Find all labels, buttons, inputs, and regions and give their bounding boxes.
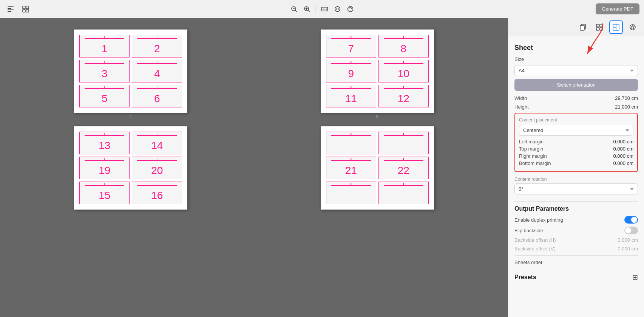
- card-9: 9: [326, 60, 376, 82]
- duplex-toggle[interactable]: [624, 216, 638, 224]
- svg-rect-3: [8, 11, 11, 12]
- card-2: 2: [132, 35, 182, 57]
- page-wrapper-2: 7 8 9 10 11 12 2: [254, 26, 501, 123]
- backside-offset-v-row: Backside offset (V) 0.000 cm: [514, 246, 638, 252]
- main-layout: 1 2 3 4 5 6 1 7 8 9 10 11 12 2 1: [0, 18, 644, 317]
- panel-copy-btn[interactable]: [576, 20, 590, 34]
- panel-layout-btn[interactable]: [609, 20, 623, 34]
- card-3: 3: [79, 60, 130, 82]
- size-row: Size: [514, 56, 638, 62]
- backside-offset-h-value: 0.000 cm: [618, 237, 638, 243]
- duplex-label: Enable duplex printing: [514, 217, 563, 223]
- page-wrapper-3: 13 14 19 20 15 16: [8, 123, 254, 215]
- svg-line-10: [295, 10, 297, 12]
- height-row: Height 21.000 cm: [514, 104, 638, 110]
- layout-icon-btn[interactable]: [20, 4, 32, 14]
- card-7: 7: [326, 35, 376, 57]
- presets-grid-icon[interactable]: ⊞: [632, 273, 638, 281]
- svg-rect-0: [8, 6, 14, 7]
- canvas-area[interactable]: 1 2 3 4 5 6 1 7 8 9 10 11 12 2 1: [0, 18, 508, 317]
- bottom-margin-value: 0.000 cm: [613, 160, 633, 166]
- card-11: 11: [326, 85, 376, 107]
- svg-point-23: [347, 6, 353, 12]
- toolbar: Generate PDF: [0, 0, 644, 18]
- flip-backside-toggle-row: Flip backside: [514, 227, 638, 234]
- height-label: Height: [514, 104, 529, 110]
- left-margin-label: Left margin: [519, 139, 544, 145]
- right-margin-row: Right margin 0.000 cm: [519, 153, 633, 159]
- page-4: 21 22: [321, 126, 434, 210]
- top-margin-row: Top margin 0.000 cm: [519, 146, 633, 152]
- card-empty-4: [378, 182, 429, 204]
- svg-rect-7: [26, 9, 29, 12]
- panel-star-btn[interactable]: [626, 20, 639, 34]
- card-empty-1: [326, 132, 376, 154]
- fit-width-btn[interactable]: [319, 4, 330, 14]
- switch-orientation-btn[interactable]: Switch orientation: [514, 79, 638, 91]
- divider-3: [514, 269, 638, 269]
- top-margin-value: 0.000 cm: [613, 146, 633, 152]
- presets-row: Presets ⊞: [514, 273, 638, 281]
- flip-backside-label: Flip backside: [514, 228, 543, 233]
- card-14: 14: [132, 132, 182, 154]
- panel-top-icons: [508, 18, 644, 36]
- svg-rect-6: [23, 9, 25, 12]
- sheets-order-label: Sheets order: [514, 260, 542, 265]
- page-label-2: 2: [376, 114, 378, 119]
- output-parameters-title: Output Parameters: [514, 205, 638, 212]
- card-13: 13: [79, 132, 130, 154]
- zoom-out-btn[interactable]: [288, 4, 300, 14]
- card-16: 16: [132, 182, 182, 204]
- generate-pdf-btn[interactable]: Generate PDF: [596, 3, 639, 14]
- svg-rect-27: [600, 24, 602, 27]
- toolbar-right: Generate PDF: [596, 3, 639, 14]
- backside-offset-v-label: Backside offset (V): [514, 246, 556, 252]
- card-4: 4: [132, 60, 182, 82]
- panel-content: Sheet Size A4 A3 Letter Switch orientati…: [514, 44, 638, 281]
- divider-2: [514, 255, 638, 256]
- right-panel: Sheet Size A4 A3 Letter Switch orientati…: [508, 18, 644, 317]
- svg-rect-25: [580, 25, 584, 30]
- left-margin-value: 0.000 cm: [613, 139, 633, 145]
- card-empty-2: [378, 132, 429, 154]
- bottom-margin-row: Bottom margin 0.000 cm: [519, 160, 633, 166]
- page-wrapper-1: 1 2 3 4 5 6 1: [8, 26, 254, 123]
- fit-page-btn[interactable]: [332, 4, 343, 14]
- width-label: Width: [514, 95, 527, 101]
- right-margin-label: Right margin: [519, 153, 547, 159]
- svg-rect-4: [23, 6, 25, 9]
- card-20: 20: [132, 157, 182, 179]
- sheets-order-row: Sheets order: [514, 260, 638, 265]
- card-1: 1: [79, 35, 130, 57]
- backside-offset-h-label: Backside offset (H): [514, 237, 556, 243]
- svg-rect-28: [596, 28, 599, 30]
- flip-backside-toggle[interactable]: [624, 227, 638, 234]
- panel-grid-btn[interactable]: [593, 20, 606, 34]
- page-wrapper-4: 21 22: [254, 123, 501, 215]
- svg-line-14: [308, 10, 309, 12]
- content-rotation-label: Content rotation: [514, 177, 638, 182]
- svg-rect-2: [8, 9, 14, 10]
- page-3: 13 14 19 20 15 16: [74, 126, 187, 210]
- content-rotation-select[interactable]: 0° 90° 180° 270°: [514, 183, 638, 194]
- left-margin-row: Left margin 0.000 cm: [519, 139, 633, 145]
- height-value: 21.000 cm: [615, 104, 638, 110]
- zoom-in-btn[interactable]: [301, 4, 312, 14]
- width-row: Width 29.700 cm: [514, 95, 638, 101]
- toolbar-divider: [315, 5, 316, 13]
- placement-select[interactable]: Centered Top Left Top Right: [519, 125, 633, 136]
- reset-zoom-btn[interactable]: [344, 4, 356, 14]
- toolbar-left: [5, 4, 32, 14]
- size-select[interactable]: A4 A3 Letter: [514, 65, 638, 76]
- card-6: 6: [132, 85, 182, 107]
- presets-title: Presets: [514, 274, 536, 281]
- align-icon-btn[interactable]: [5, 4, 17, 14]
- svg-rect-26: [596, 24, 599, 27]
- card-19: 19: [79, 157, 130, 179]
- svg-rect-1: [8, 8, 11, 9]
- sheet-title: Sheet: [514, 44, 638, 52]
- page-1: 1 2 3 4 5 6: [74, 30, 187, 113]
- content-placement-label: Content placement: [519, 117, 633, 123]
- card-5: 5: [79, 85, 130, 107]
- size-label: Size: [514, 56, 524, 62]
